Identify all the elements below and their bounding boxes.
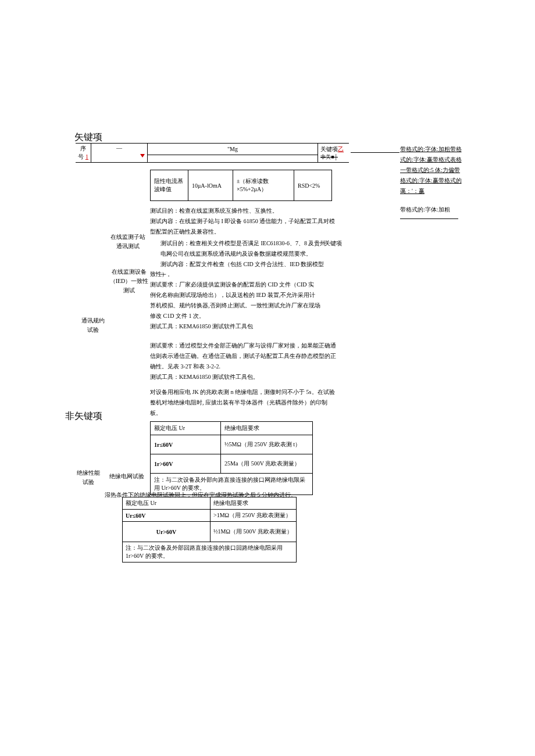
insulation-table-1: 额定电压 Ur 绝缘电阻要求 1r≤60V ½5MΩ（用 250V 兆欧表测 t… [150,421,313,495]
revision-marker-icon [140,154,145,157]
revision-notes-2: 带格式的:字体:加粗 [400,205,464,219]
para1-l0: 测试目的：检查在线监测系统互操作性、互换性。 [150,206,336,216]
label-substation: 在线监测子站通讯测试 [110,232,145,251]
para1-l1: 测试内容：在线监测子站与 I 即设备 61850 通信能力，子站配置工具对模 [150,216,336,227]
measurement-sub-table: 阻性电流基波峰值 10μA-lOmA ±（标准读数×5%+2μA） RSD<2% [150,170,332,201]
seq-num-label: 号 [78,153,84,160]
rn-l6: 带格式的:字体:加粗 [400,205,464,215]
para3-l3: 测试工具：KEMA61850 测试软件工具包。 [150,372,336,382]
para3: 测试要求：通过模型文件全部正确的厂家与设得厂家对接，如果能正确通 信则表示通信正… [150,341,336,382]
label-insul-perf: 绝缘性能试验 [77,468,100,487]
it2-note: 注：与二次设备及外部回路直接连接的接口回路绝缘电阳采用 1r>60V 的要求。 [123,542,297,562]
para2-l8: 测试工具：KEMA61850 测试软件工具包 [150,321,324,332]
seq-label: 序 [78,145,88,153]
para2-l0: 测试目的：检查相关文件模型是否满足 IEC61830-6、7、8 及贵州 [160,238,329,249]
rn-divider [400,218,458,219]
sub-r1c3: ±（标准读数×5%+2μA） [233,170,294,201]
para2-l6: 算机模拟、规约转换器,否则终止测试。一致性测试允许厂家在现场 [150,300,324,311]
para2-l1: 电网公司在线监测系统通讯规约及设备数据建模规范要求。 [160,249,329,259]
para4-l2: 板。 [150,408,336,418]
sub-r1c2: 10μA-lOmA [188,170,233,201]
seq-one: 1 [85,153,88,160]
rn-l2: 式的:字体:赢带格式表格 [400,155,464,165]
header-table: 序 号 1 — "Mg 关键项乙 非关■│ [76,143,349,163]
para2-bottom: 致性）。 测试要求：厂家必须提供监测设备的配置后的 CID 文件（CID 实 例… [150,269,324,332]
label-ied: 在线监测设备（IED）一致性测试 [108,267,150,295]
it1-h2: 绝缘电阻要求 [221,422,313,435]
para4-l0: 对设备用相应电 JK 的兆欧表测 n 绝缘电阻，测傲时问不小于 5s。在试验 [150,387,336,397]
it1-r2c2: 25Ma（用 500V 兆欧表测量） [221,454,313,474]
para3-l1: 信则表示通信正确。在通信正确后，测试子站配置工具生存静态模型的正 [150,351,336,361]
para2-l4: 测试要求：厂家必须提供监测设备的配置后的 CID 文件（CID 实 [150,280,324,290]
rn-l1: 带格式的:字体:加粗带格 [400,144,464,155]
it2-r2c1: Ur>60V [123,522,211,542]
rn-l3: 一带格式的:5 体:力偏带 [400,165,464,175]
sub-r1c4: RSD<2% [294,170,332,201]
it1-r2c1: 1r>60V [151,454,221,474]
para1-l2: 型配置的正确性及兼容性。 [150,227,336,237]
it2-r1c2: >1MΩ（用 250V 兆欧表测量） [211,510,297,522]
insulation-table-2: 额定电压 Ur 绝缘电阻要求 Ur≤60V >1MΩ（用 250V 兆欧表测量）… [122,497,297,562]
para1: 测试目的：检查在线监测系统互操作性、互换性。 测试内容：在线监测子站与 I 即设… [150,206,336,237]
para4-l1: 整机对地绝缘电阻时, 应拔出装有半导体器件（光耦器件除外）的印制 [150,397,336,408]
it2-r1c1: Ur≤60V [123,510,211,522]
para2-l5: 例化名称由测试现场给出），以及送检的 IED 装置,不允许采用计 [150,290,324,300]
it2-h2: 绝缘电阻要求 [211,497,297,510]
it2-r2c2: ½1MΩ（用 500V 兆欧表测量） [211,522,297,542]
para3-l0: 测试要求：通过模型文件全部正确的厂家与设得厂家对接，如果能正确通 [150,341,336,351]
section-title-nonkey: 非矢键项 [65,410,102,422]
section-title-key: 矢键项 [74,131,102,144]
it1-r1c2: ½5MΩ（用 250V 兆欧表测 t） [221,435,313,454]
connector-line [351,152,400,153]
para4: 对设备用相应电 JK 的兆欧表测 n 绝缘电阻，测傲时问不小于 5s。在试验 整… [150,387,336,418]
key-yi: 乙 [338,146,344,152]
dash: — [116,145,122,151]
it1-h1: 额定电压 Ur [151,422,221,435]
key-label: 关键项 [320,146,338,152]
strike-text: 非关■│ [320,154,338,160]
label-insul-net: 绝缘电网试验 [108,472,145,481]
mg-cell: "Mg [147,144,318,155]
it1-r1c1: 1r≤60V [151,435,221,454]
it2-h1: 额定电压 Ur [123,497,211,510]
revision-notes: 带格式的:字体:加粗带格 式的:字体:赢带格式表格 一带格式的:5 体:力偏带 … [400,144,464,196]
sub-r1c1: 阻性电流基波峰值 [151,170,188,201]
para2-l7: 修改 C1D 文件 1 次。 [150,311,324,321]
para2-l3: 致性）。 [150,269,324,280]
rn-l5: 蔼：'：赢 [400,186,464,196]
label-comm: 通讯规约试验 [81,316,105,335]
rn-l4: 格式的:字体:赢带格式的 [400,175,464,186]
para3-l2: 确性。见表 3-2T 和表 3-2-2. [150,361,336,372]
